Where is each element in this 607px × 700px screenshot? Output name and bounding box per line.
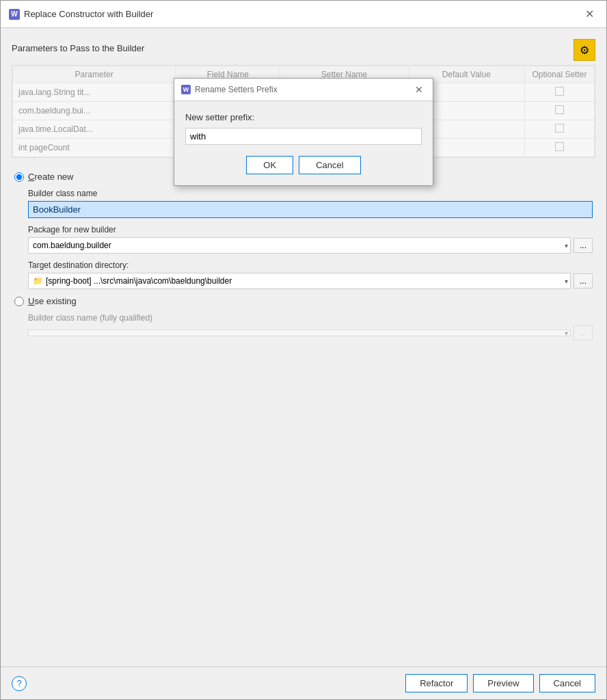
dialog-ok-button[interactable]: OK (246, 156, 293, 174)
dialog-buttons: OK Cancel (185, 156, 422, 174)
existing-builder-arrow: ▾ (565, 329, 568, 337)
refactor-button[interactable]: Refactor (405, 674, 468, 692)
builder-class-input-row (28, 201, 593, 218)
dialog-cancel-button[interactable]: Cancel (299, 156, 360, 174)
table-overlay-wrapper: Parameter Field Name Setter Name Default… (12, 65, 595, 158)
existing-builder-row: ▾ ... (28, 325, 593, 340)
target-dir-dropdown-wrapper: 📁 [spring-boot] ...\src\main\java\com\ba… (28, 273, 571, 289)
target-dir-row: 📁 [spring-boot] ...\src\main\java\com\ba… (28, 273, 593, 289)
target-dir-browse-button[interactable]: ... (574, 273, 593, 288)
modal-backdrop: W Rename Setters Prefix ✕ New setter pre… (12, 65, 595, 158)
bottom-section: Create new Builder class name Package fo… (12, 172, 595, 340)
use-existing-radio[interactable] (14, 297, 24, 306)
footer-right: Refactor Preview Cancel (405, 674, 595, 692)
target-dir-arrow: ▾ (565, 278, 568, 285)
dialog-content: New setter prefix: OK Cancel (174, 101, 433, 185)
existing-builder-dropdown: ▾ (28, 329, 571, 336)
create-new-label: Create new (28, 172, 73, 182)
dialog-icon: W (181, 85, 191, 94)
footer: ? Refactor Preview Cancel (1, 667, 606, 699)
dialog-title-text: Rename Setters Prefix (195, 85, 278, 94)
help-button[interactable]: ? (12, 676, 27, 691)
package-dropdown[interactable]: com.baeldung.builder ▾ (28, 237, 571, 254)
cancel-button[interactable]: Cancel (539, 674, 595, 692)
gear-button[interactable]: ⚙ (574, 39, 595, 61)
existing-builder-dropdown-wrapper: ▾ (28, 329, 571, 336)
builder-class-label: Builder class name (28, 189, 593, 198)
use-existing-underline-u: U (28, 296, 34, 306)
window-icon: W (9, 9, 20, 20)
params-section: Parameters to Pass to the Builder ⚙ Para… (12, 39, 595, 158)
create-new-form: Builder class name Package for new build… (28, 189, 593, 289)
gear-icon: ⚙ (580, 44, 589, 57)
package-label: Package for new builder (28, 225, 593, 234)
existing-builder-label: Builder class name (fully qualified) (28, 313, 593, 323)
dialog-close-button[interactable]: ✕ (412, 83, 426, 96)
create-new-radio[interactable] (14, 172, 24, 182)
title-bar: W Replace Constructor with Builder ✕ (1, 1, 606, 28)
existing-builder-browse-button: ... (574, 325, 593, 340)
package-dropdown-wrapper: com.baeldung.builder ▾ (28, 237, 571, 254)
package-dropdown-arrow: ▾ (565, 242, 568, 250)
package-value: com.baeldung.builder (33, 241, 111, 250)
package-dropdown-row: com.baeldung.builder ▾ ... (28, 237, 593, 254)
window-close-button[interactable]: ✕ (581, 6, 598, 22)
target-dir-label: Target destination directory: (28, 260, 593, 270)
setter-prefix-input[interactable] (185, 128, 422, 145)
preview-button[interactable]: Preview (473, 674, 533, 692)
use-existing-form: Builder class name (fully qualified) ▾ .… (28, 313, 593, 340)
target-dir-value: [spring-boot] ...\src\main\java\com\bael… (46, 276, 232, 286)
builder-class-input[interactable] (28, 201, 593, 218)
title-bar-left: W Replace Constructor with Builder (9, 9, 153, 20)
use-existing-label: Use existing (28, 296, 77, 306)
package-browse-button[interactable]: ... (574, 238, 593, 253)
dialog-title-bar: W Rename Setters Prefix ✕ (174, 79, 433, 101)
window-title: Replace Constructor with Builder (24, 9, 153, 19)
folder-icon: 📁 (33, 276, 43, 286)
target-dir-dropdown[interactable]: 📁 [spring-boot] ...\src\main\java\com\ba… (28, 273, 571, 289)
rename-setters-dialog: W Rename Setters Prefix ✕ New setter pre… (174, 78, 433, 186)
setter-prefix-label: New setter prefix: (185, 112, 422, 122)
create-new-underline-c: C (28, 172, 34, 182)
dialog-title-left: W Rename Setters Prefix (181, 85, 278, 94)
main-window: W Replace Constructor with Builder ✕ Par… (0, 0, 607, 700)
params-section-label: Parameters to Pass to the Builder (12, 43, 144, 53)
use-existing-radio-row[interactable]: Use existing (14, 296, 593, 306)
footer-left: ? (12, 676, 27, 691)
main-content: Parameters to Pass to the Builder ⚙ Para… (1, 28, 606, 667)
